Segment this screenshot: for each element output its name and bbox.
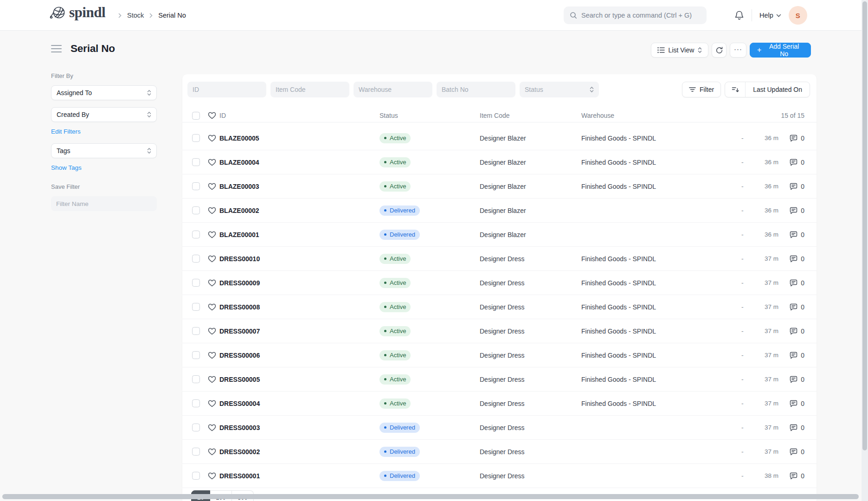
edit-filters-link[interactable]: Edit Filters (51, 128, 157, 135)
add-serial-no-button[interactable]: + Add Serial No (750, 43, 811, 58)
vertical-scrollbar-thumb[interactable] (862, 1, 867, 450)
row-id-link[interactable]: DRESS00007 (216, 328, 379, 335)
row-id-link[interactable]: DRESS00005 (216, 376, 379, 383)
table-row[interactable]: DRESS00003 Delivered Designer Dress - 37… (182, 416, 817, 440)
avatar[interactable]: S (789, 6, 807, 25)
row-checkbox[interactable] (192, 255, 200, 263)
row-id-link[interactable]: BLAZE00001 (216, 231, 379, 238)
heart-icon[interactable] (200, 207, 216, 214)
heart-icon[interactable] (200, 448, 216, 456)
filter-button[interactable]: Filter (682, 82, 721, 97)
heart-icon[interactable] (200, 159, 216, 166)
view-switcher-button[interactable]: List View (651, 43, 708, 58)
row-checkbox[interactable] (192, 351, 200, 359)
row-checkbox[interactable] (192, 424, 200, 431)
comment-count: 0 (801, 207, 804, 214)
horizontal-scrollbar-thumb[interactable] (2, 494, 859, 499)
warehouse-cell: Finished Goods - SPINDL (581, 159, 741, 166)
heart-icon[interactable] (200, 424, 216, 431)
row-checkbox[interactable] (192, 375, 200, 383)
filter-name-input[interactable] (51, 196, 157, 211)
notification-bell-icon[interactable] (734, 10, 744, 20)
show-tags-link[interactable]: Show Tags (51, 164, 157, 171)
heart-icon[interactable] (200, 135, 216, 142)
last-modified-cell: 37 m (751, 400, 778, 407)
row-id-link[interactable]: BLAZE00003 (216, 183, 379, 190)
brand-logo[interactable]: spindl (49, 6, 105, 20)
batch-no-filter-input[interactable] (437, 82, 515, 97)
refresh-button[interactable] (712, 43, 727, 58)
table-row[interactable]: BLAZE00005 Active Designer Blazer Finish… (182, 126, 817, 150)
row-id-link[interactable]: DRESS00009 (216, 279, 379, 287)
table-row[interactable]: BLAZE00002 Delivered Designer Blazer - 3… (182, 199, 817, 223)
chevron-updown-icon (147, 90, 151, 96)
row-checkbox[interactable] (192, 472, 200, 480)
table-row[interactable]: DRESS00004 Active Designer Dress Finishe… (182, 392, 817, 416)
assigned-to-select[interactable]: Assigned To (51, 85, 157, 100)
heart-icon[interactable] (200, 352, 216, 359)
global-search[interactable] (564, 6, 707, 24)
row-checkbox[interactable] (192, 279, 200, 287)
row-id-link[interactable]: BLAZE00002 (216, 207, 379, 214)
row-checkbox[interactable] (192, 327, 200, 335)
heart-icon (200, 112, 216, 119)
row-id-link[interactable]: DRESS00008 (216, 303, 379, 311)
heart-icon[interactable] (200, 279, 216, 287)
table-row[interactable]: DRESS00001 Delivered Designer Dress - 38… (182, 464, 817, 488)
table-row[interactable]: DRESS00010 Active Designer Dress Finishe… (182, 247, 817, 271)
status-filter-select[interactable]: Status (520, 82, 599, 97)
header-warehouse[interactable]: Warehouse (581, 112, 741, 119)
breadcrumb-serial-no[interactable]: Serial No (158, 12, 186, 19)
row-id-link[interactable]: DRESS00001 (216, 472, 379, 480)
row-checkbox[interactable] (192, 399, 200, 407)
row-checkbox[interactable] (192, 134, 200, 142)
header-status[interactable]: Status (379, 112, 480, 119)
header-id[interactable]: ID (216, 112, 379, 119)
row-id-link[interactable]: DRESS00003 (216, 424, 379, 431)
breadcrumb-stock[interactable]: Stock (127, 12, 144, 19)
sort-button[interactable]: Last Updated On (725, 82, 810, 97)
row-checkbox[interactable] (192, 206, 200, 214)
heart-icon[interactable] (200, 231, 216, 238)
header-item-code[interactable]: Item Code (480, 112, 581, 119)
item-code-filter-input[interactable] (270, 82, 349, 97)
row-id-link[interactable]: DRESS00006 (216, 352, 379, 359)
row-checkbox[interactable] (192, 231, 200, 238)
row-id-link[interactable]: BLAZE00005 (216, 135, 379, 142)
row-id-link[interactable]: DRESS00004 (216, 400, 379, 407)
heart-icon[interactable] (200, 303, 216, 311)
more-options-button[interactable]: ··· (730, 43, 746, 58)
table-row[interactable]: DRESS00002 Delivered Designer Dress - 37… (182, 440, 817, 464)
row-checkbox[interactable] (192, 303, 200, 311)
table-row[interactable]: DRESS00007 Active Designer Dress Finishe… (182, 319, 817, 343)
row-checkbox[interactable] (192, 182, 200, 190)
warehouse-cell: Finished Goods - SPINDL (581, 303, 741, 311)
table-row[interactable]: BLAZE00001 Delivered Designer Blazer - 3… (182, 223, 817, 247)
row-id-link[interactable]: DRESS00002 (216, 448, 379, 456)
heart-icon[interactable] (200, 376, 216, 383)
row-id-link[interactable]: BLAZE00004 (216, 159, 379, 166)
table-row[interactable]: DRESS00009 Active Designer Dress Finishe… (182, 271, 817, 295)
tags-select[interactable]: Tags (51, 143, 157, 158)
table-row[interactable]: DRESS00005 Active Designer Dress Finishe… (182, 367, 817, 392)
heart-icon[interactable] (200, 472, 216, 480)
created-by-select[interactable]: Created By (51, 107, 157, 122)
id-filter-input[interactable] (187, 82, 266, 97)
heart-icon[interactable] (200, 183, 216, 190)
table-row[interactable]: BLAZE00003 Active Designer Blazer Finish… (182, 174, 817, 199)
table-row[interactable]: DRESS00008 Active Designer Dress Finishe… (182, 295, 817, 319)
table-row[interactable]: BLAZE00004 Active Designer Blazer Finish… (182, 150, 817, 174)
row-id-link[interactable]: DRESS00010 (216, 255, 379, 263)
heart-icon[interactable] (200, 328, 216, 335)
heart-icon[interactable] (200, 255, 216, 263)
table-row[interactable]: DRESS00006 Active Designer Dress Finishe… (182, 343, 817, 367)
search-input[interactable] (581, 12, 701, 19)
warehouse-filter-input[interactable] (354, 82, 432, 97)
row-checkbox[interactable] (192, 448, 200, 456)
row-checkbox[interactable] (192, 158, 200, 166)
heart-icon[interactable] (200, 400, 216, 407)
select-all-checkbox[interactable] (192, 112, 200, 120)
item-code-cell: Designer Blazer (480, 135, 581, 142)
help-menu[interactable]: Help (759, 12, 781, 19)
sidebar-toggle-icon[interactable] (51, 44, 62, 54)
